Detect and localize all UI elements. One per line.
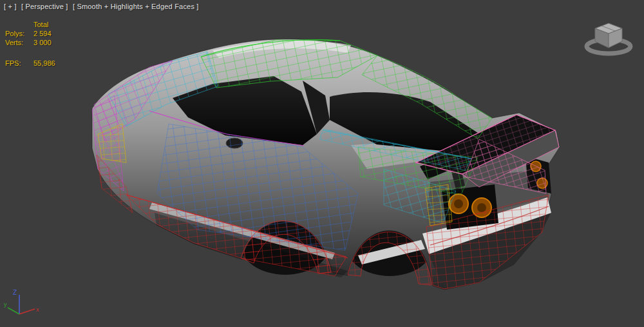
polys-label: Polys:: [5, 29, 33, 38]
taillight-inner: [454, 199, 463, 208]
viewport-menu-general[interactable]: [ + ]: [4, 3, 17, 10]
world-axis-tripod: Z x y: [3, 287, 44, 318]
axis-y-label: y: [4, 301, 7, 308]
fps-label: FPS:: [5, 59, 33, 68]
viewport-label: [ + ] [ Perspective ] [ Smooth + Highlig…: [4, 3, 202, 10]
statistics-overlay: Total Polys: 2 594 Verts: 3 000 FPS: 55,…: [5, 20, 55, 68]
verts-label: Verts:: [5, 38, 33, 47]
fps-value: 55,986: [33, 59, 55, 68]
view-cube-gizmo[interactable]: [580, 14, 638, 61]
stats-row-fps: FPS: 55,986: [5, 59, 55, 68]
viewport-canvas[interactable]: [0, 0, 644, 327]
viewport-menu-shading[interactable]: [ Smooth + Highlights + Edged Faces ]: [73, 3, 199, 10]
axis-x-label: x: [36, 306, 39, 313]
car-model[interactable]: [0, 0, 644, 327]
verts-value: 3 000: [33, 38, 52, 47]
stats-row-polys: Polys: 2 594: [5, 29, 55, 38]
stats-row-verts: Verts: 3 000: [5, 38, 55, 47]
polys-value: 2 594: [33, 29, 52, 38]
stats-header: Total: [33, 20, 55, 29]
taillight-inner: [477, 203, 486, 212]
gizmo-cube[interactable]: [595, 23, 622, 48]
axis-z-label: Z: [13, 289, 17, 296]
viewport-menu-pov[interactable]: [ Perspective ]: [21, 3, 68, 10]
